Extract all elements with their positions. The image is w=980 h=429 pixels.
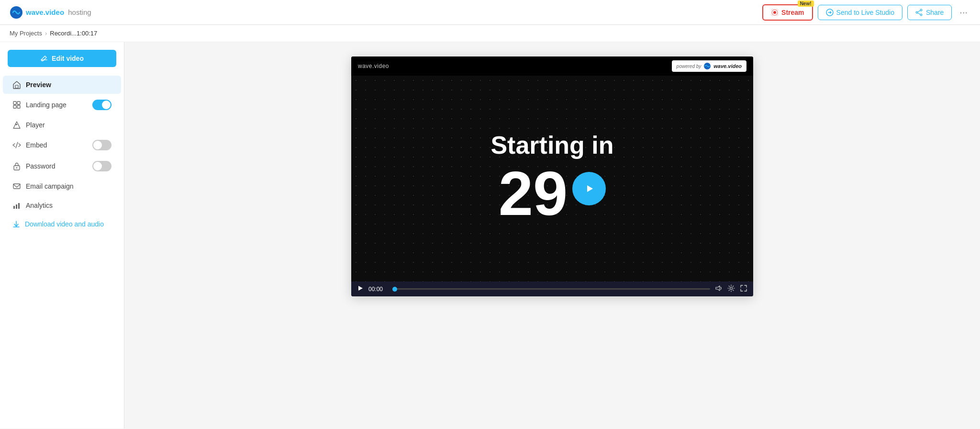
video-progress-bar[interactable]	[392, 288, 710, 290]
powered-by-brand: wave.video	[713, 63, 742, 69]
sidebar-landing-page-label: Landing page	[26, 101, 67, 109]
main-layout: Edit video Preview Landing pa	[0, 42, 980, 429]
video-top-bar: wave.video powered by wave.video	[351, 56, 753, 76]
download-icon	[12, 220, 20, 228]
sidebar-embed-label: Embed	[26, 141, 47, 149]
volume-icon[interactable]	[715, 284, 723, 294]
svg-rect-11	[15, 85, 18, 88]
edit-icon	[40, 55, 48, 62]
video-powered-by: powered by wave.video	[672, 60, 746, 72]
svg-rect-19	[13, 184, 20, 189]
svg-line-8	[918, 11, 921, 12]
sidebar-password-label: Password	[26, 162, 55, 170]
sidebar-preview-label: Preview	[26, 81, 51, 89]
new-badge: New!	[798, 0, 814, 7]
svg-marker-26	[358, 286, 363, 291]
sidebar-item-password[interactable]: Password	[3, 156, 121, 176]
send-to-live-studio-button[interactable]: Send to Live Studio	[818, 5, 902, 20]
sidebar: Edit video Preview Landing pa	[0, 42, 124, 429]
password-toggle[interactable]	[92, 161, 111, 171]
sidebar-item-player[interactable]: Player	[3, 116, 121, 134]
powered-by-text: powered by	[677, 64, 702, 69]
svg-rect-20	[13, 206, 15, 209]
breadcrumb: My Projects › Recordi...1:00:17	[0, 25, 980, 42]
edit-video-button[interactable]: Edit video	[8, 50, 116, 67]
fullscreen-icon[interactable]	[740, 284, 747, 294]
more-options-icon[interactable]: ···	[957, 5, 970, 20]
sidebar-analytics-label: Analytics	[26, 202, 53, 209]
svg-marker-25	[587, 185, 593, 192]
powered-by-logo-icon	[703, 62, 711, 70]
breadcrumb-current-page: Recordi...1:00:17	[50, 30, 97, 37]
controls-play-icon	[357, 285, 364, 292]
svg-rect-21	[16, 204, 17, 209]
svg-rect-13	[17, 102, 20, 104]
svg-rect-22	[18, 203, 20, 209]
svg-line-9	[918, 12, 921, 14]
video-starting-text: Starting in	[490, 133, 613, 158]
home-icon	[12, 80, 21, 89]
settings-icon[interactable]	[727, 284, 735, 294]
landing-page-toggle[interactable]	[92, 100, 111, 110]
main-content: wave.video powered by wave.video Startin…	[124, 42, 980, 429]
logo-text: wave.video hosting	[26, 8, 91, 16]
player-icon	[12, 121, 21, 129]
video-main-area[interactable]: Starting in 29	[351, 76, 753, 282]
sidebar-item-analytics[interactable]: Analytics	[3, 196, 121, 214]
svg-point-5	[920, 9, 922, 11]
send-icon	[826, 9, 834, 16]
sidebar-item-email-campaign[interactable]: Email campaign	[3, 177, 121, 195]
wave-video-logo-icon	[10, 6, 23, 19]
sidebar-item-landing-page[interactable]: Landing page	[3, 95, 121, 115]
svg-line-16	[16, 142, 18, 148]
embed-toggle[interactable]	[92, 140, 111, 150]
svg-rect-15	[17, 105, 20, 108]
svg-rect-14	[13, 105, 16, 108]
video-controls-bar: 00:00	[351, 282, 753, 296]
video-control-icons	[715, 284, 747, 294]
analytics-icon	[12, 201, 21, 210]
stream-icon	[771, 9, 779, 16]
svg-rect-12	[13, 102, 16, 104]
sidebar-item-embed[interactable]: Embed	[3, 135, 121, 155]
share-icon	[915, 9, 923, 16]
grid-icon	[12, 101, 21, 109]
share-button[interactable]: Share	[907, 5, 952, 20]
sidebar-player-label: Player	[26, 121, 45, 129]
breadcrumb-separator: ›	[45, 30, 47, 37]
controls-play-button[interactable]	[357, 285, 364, 294]
video-player-container: wave.video powered by wave.video Startin…	[351, 56, 753, 296]
svg-point-28	[730, 287, 733, 290]
svg-point-7	[916, 11, 918, 13]
svg-point-1	[773, 11, 776, 14]
play-icon	[582, 182, 596, 195]
sidebar-item-preview[interactable]: Preview	[3, 76, 121, 94]
video-progress-dot	[392, 287, 397, 292]
video-watermark: wave.video	[358, 63, 389, 69]
lock-icon	[12, 162, 21, 170]
svg-point-6	[920, 14, 922, 16]
mail-icon	[12, 182, 21, 191]
video-current-time: 00:00	[368, 286, 388, 293]
svg-point-18	[16, 167, 17, 168]
sidebar-email-campaign-label: Email campaign	[26, 182, 74, 190]
breadcrumb-my-projects[interactable]: My Projects	[10, 30, 42, 37]
video-countdown: 29	[499, 162, 568, 225]
download-video-audio-link[interactable]: Download video and audio	[3, 215, 121, 233]
stream-button[interactable]: Stream New!	[762, 4, 813, 21]
svg-marker-27	[716, 286, 720, 291]
app-header: wave.video hosting Stream New! Send to L…	[0, 0, 980, 25]
code-icon	[12, 141, 21, 149]
header-actions: Stream New! Send to Live Studio Share ··…	[762, 4, 970, 21]
logo: wave.video hosting	[10, 6, 91, 19]
video-play-button[interactable]	[572, 172, 606, 205]
